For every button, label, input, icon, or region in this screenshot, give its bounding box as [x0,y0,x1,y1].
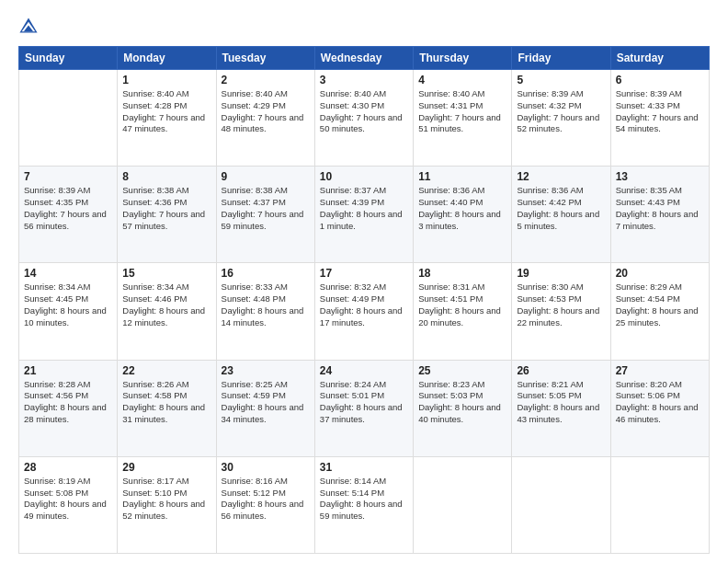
calendar-header-monday: Monday [118,47,216,70]
calendar-cell: 14Sunrise: 8:34 AM Sunset: 4:45 PM Dayli… [19,263,118,360]
day-number: 25 [418,364,506,377]
calendar-cell: 10Sunrise: 8:37 AM Sunset: 4:39 PM Dayli… [314,167,413,263]
calendar-week-1: 7Sunrise: 8:39 AM Sunset: 4:35 PM Daylig… [19,167,710,263]
calendar-header-thursday: Thursday [414,47,512,70]
day-number: 3 [320,74,408,86]
day-info: Sunrise: 8:14 AM Sunset: 5:14 PM Dayligh… [320,476,408,523]
day-info: Sunrise: 8:20 AM Sunset: 5:06 PM Dayligh… [616,379,704,426]
calendar-cell: 22Sunrise: 8:26 AM Sunset: 4:58 PM Dayli… [118,360,216,456]
day-number: 9 [222,170,310,183]
calendar-header-tuesday: Tuesday [216,47,314,70]
day-number: 2 [222,74,310,86]
calendar-header-friday: Friday [512,47,610,70]
calendar-header-wednesday: Wednesday [314,47,413,70]
day-info: Sunrise: 8:33 AM Sunset: 4:48 PM Dayligh… [222,282,310,328]
calendar-week-4: 28Sunrise: 8:19 AM Sunset: 5:08 PM Dayli… [19,456,710,553]
day-number: 4 [418,74,506,86]
calendar-cell: 25Sunrise: 8:23 AM Sunset: 5:03 PM Dayli… [414,360,512,456]
calendar-cell: 31Sunrise: 8:14 AM Sunset: 5:14 PM Dayli… [314,456,413,553]
calendar-cell: 19Sunrise: 8:30 AM Sunset: 4:53 PM Dayli… [512,263,610,360]
calendar-header-row: SundayMondayTuesdayWednesdayThursdayFrid… [19,47,710,70]
calendar-cell: 12Sunrise: 8:36 AM Sunset: 4:42 PM Dayli… [512,167,610,263]
calendar-cell: 21Sunrise: 8:28 AM Sunset: 4:56 PM Dayli… [19,360,118,456]
day-info: Sunrise: 8:31 AM Sunset: 4:51 PM Dayligh… [418,282,506,328]
calendar-week-0: 1Sunrise: 8:40 AM Sunset: 4:28 PM Daylig… [19,70,710,167]
day-number: 19 [517,267,605,280]
calendar-cell: 5Sunrise: 8:39 AM Sunset: 4:32 PM Daylig… [512,70,610,167]
day-number: 15 [122,267,210,280]
calendar-cell: 3Sunrise: 8:40 AM Sunset: 4:30 PM Daylig… [314,70,413,167]
day-number: 20 [616,267,704,280]
calendar-cell: 23Sunrise: 8:25 AM Sunset: 4:59 PM Dayli… [216,360,314,456]
day-info: Sunrise: 8:37 AM Sunset: 4:39 PM Dayligh… [320,185,408,232]
day-info: Sunrise: 8:36 AM Sunset: 4:40 PM Dayligh… [418,185,506,232]
page: SundayMondayTuesdayWednesdayThursdayFrid… [0,0,728,563]
calendar-table: SundayMondayTuesdayWednesdayThursdayFrid… [18,46,710,554]
calendar-cell: 30Sunrise: 8:16 AM Sunset: 5:12 PM Dayli… [216,456,314,553]
day-number: 23 [222,364,310,377]
calendar-cell: 26Sunrise: 8:21 AM Sunset: 5:05 PM Dayli… [512,360,610,456]
day-number: 1 [122,74,210,86]
day-number: 5 [517,74,605,86]
day-number: 6 [616,74,704,86]
day-info: Sunrise: 8:36 AM Sunset: 4:42 PM Dayligh… [517,185,605,232]
logo-icon [18,17,39,37]
day-number: 22 [122,364,210,377]
day-number: 30 [222,461,310,474]
day-number: 26 [517,364,605,377]
day-info: Sunrise: 8:32 AM Sunset: 4:49 PM Dayligh… [320,282,408,328]
day-info: Sunrise: 8:40 AM Sunset: 4:29 PM Dayligh… [222,88,310,135]
day-number: 29 [122,461,210,474]
day-info: Sunrise: 8:30 AM Sunset: 4:53 PM Dayligh… [517,282,605,328]
day-number: 7 [24,170,112,183]
day-number: 28 [24,461,112,474]
day-number: 13 [616,170,704,183]
day-info: Sunrise: 8:39 AM Sunset: 4:33 PM Dayligh… [616,88,704,135]
calendar-cell [512,456,610,553]
calendar-week-3: 21Sunrise: 8:28 AM Sunset: 4:56 PM Dayli… [19,360,710,456]
calendar-cell: 18Sunrise: 8:31 AM Sunset: 4:51 PM Dayli… [414,263,512,360]
day-info: Sunrise: 8:39 AM Sunset: 4:35 PM Dayligh… [24,185,112,232]
day-info: Sunrise: 8:17 AM Sunset: 5:10 PM Dayligh… [122,476,210,523]
calendar-cell: 6Sunrise: 8:39 AM Sunset: 4:33 PM Daylig… [610,70,709,167]
calendar-cell: 11Sunrise: 8:36 AM Sunset: 4:40 PM Dayli… [414,167,512,263]
day-info: Sunrise: 8:34 AM Sunset: 4:46 PM Dayligh… [122,282,210,328]
logo [18,17,40,37]
calendar-cell [19,70,118,167]
day-number: 8 [122,170,210,183]
day-number: 16 [222,267,310,280]
day-number: 31 [320,461,408,474]
calendar-header-sunday: Sunday [19,47,118,70]
day-info: Sunrise: 8:29 AM Sunset: 4:54 PM Dayligh… [616,282,704,328]
day-number: 21 [24,364,112,377]
day-info: Sunrise: 8:39 AM Sunset: 4:32 PM Dayligh… [517,88,605,135]
calendar-cell: 20Sunrise: 8:29 AM Sunset: 4:54 PM Dayli… [610,263,709,360]
calendar-cell: 9Sunrise: 8:38 AM Sunset: 4:37 PM Daylig… [216,167,314,263]
day-info: Sunrise: 8:40 AM Sunset: 4:28 PM Dayligh… [122,88,210,135]
calendar-week-2: 14Sunrise: 8:34 AM Sunset: 4:45 PM Dayli… [19,263,710,360]
day-info: Sunrise: 8:38 AM Sunset: 4:36 PM Dayligh… [122,185,210,232]
day-info: Sunrise: 8:23 AM Sunset: 5:03 PM Dayligh… [418,379,506,426]
calendar-cell: 29Sunrise: 8:17 AM Sunset: 5:10 PM Dayli… [118,456,216,553]
calendar-cell: 28Sunrise: 8:19 AM Sunset: 5:08 PM Dayli… [19,456,118,553]
calendar-cell: 1Sunrise: 8:40 AM Sunset: 4:28 PM Daylig… [118,70,216,167]
day-number: 12 [517,170,605,183]
day-info: Sunrise: 8:34 AM Sunset: 4:45 PM Dayligh… [24,282,112,328]
day-number: 27 [616,364,704,377]
calendar-cell: 17Sunrise: 8:32 AM Sunset: 4:49 PM Dayli… [314,263,413,360]
calendar-cell: 16Sunrise: 8:33 AM Sunset: 4:48 PM Dayli… [216,263,314,360]
day-info: Sunrise: 8:19 AM Sunset: 5:08 PM Dayligh… [24,476,112,523]
calendar-cell: 13Sunrise: 8:35 AM Sunset: 4:43 PM Dayli… [610,167,709,263]
calendar-cell: 8Sunrise: 8:38 AM Sunset: 4:36 PM Daylig… [118,167,216,263]
day-number: 24 [320,364,408,377]
day-info: Sunrise: 8:16 AM Sunset: 5:12 PM Dayligh… [222,476,310,523]
header [18,17,710,37]
day-number: 10 [320,170,408,183]
calendar-cell: 15Sunrise: 8:34 AM Sunset: 4:46 PM Dayli… [118,263,216,360]
day-info: Sunrise: 8:38 AM Sunset: 4:37 PM Dayligh… [222,185,310,232]
calendar-cell [414,456,512,553]
day-number: 17 [320,267,408,280]
calendar-cell: 24Sunrise: 8:24 AM Sunset: 5:01 PM Dayli… [314,360,413,456]
day-number: 11 [418,170,506,183]
day-info: Sunrise: 8:21 AM Sunset: 5:05 PM Dayligh… [517,379,605,426]
